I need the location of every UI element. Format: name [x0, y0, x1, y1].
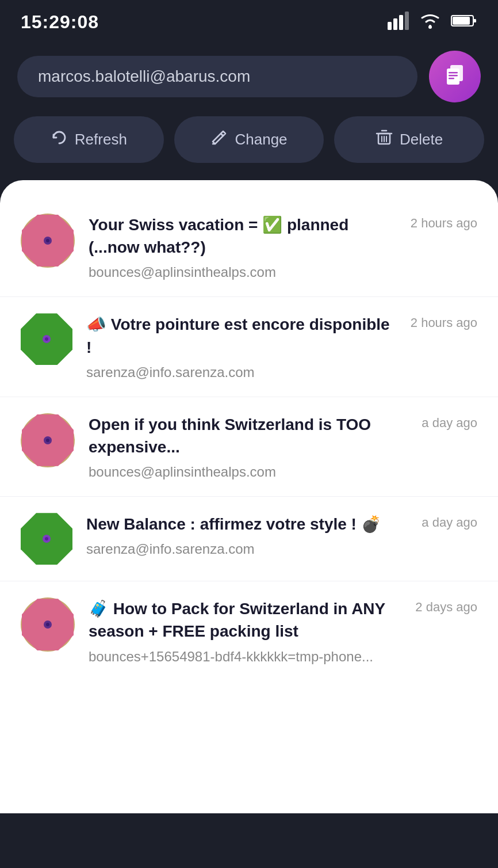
- account-avatar[interactable]: [429, 51, 481, 102]
- mail-subject: Your Swiss vacation = ✅ planned (...now …: [89, 214, 394, 258]
- account-header: marcos.balotelli@abarus.com: [0, 41, 498, 116]
- status-icons: [388, 12, 477, 32]
- avatar-icon: [442, 62, 468, 92]
- refresh-label: Refresh: [75, 131, 127, 149]
- mail-subject: 🧳 How to Pack for Switzerland in ANY sea…: [89, 597, 394, 642]
- edit-icon: [210, 129, 228, 150]
- battery-icon: [451, 14, 477, 30]
- mail-from: bounces+15654981-bdf4-kkkkkk=tmp-phone..…: [89, 649, 394, 665]
- mail-content: 🧳 How to Pack for Switzerland in ANY sea…: [89, 597, 394, 664]
- svg-rect-10: [449, 72, 458, 74]
- mail-time: 2 days ago: [408, 597, 477, 615]
- svg-rect-12: [449, 78, 454, 79]
- list-item[interactable]: Open if you think Switzerland is TOO exp…: [0, 397, 498, 497]
- svg-rect-7: [453, 17, 470, 25]
- mail-content: New Balance : affirmez votre style ! 💣 s…: [86, 513, 394, 557]
- mail-time: 2 hours ago: [408, 313, 477, 330]
- avatar: [21, 413, 75, 467]
- svg-rect-3: [405, 12, 409, 30]
- mail-time: a day ago: [408, 513, 477, 530]
- avatar: [21, 313, 72, 365]
- email-pill: marcos.balotelli@abarus.com: [17, 56, 417, 97]
- svg-rect-0: [388, 22, 392, 30]
- refresh-icon: [51, 129, 68, 150]
- mail-subject: New Balance : affirmez votre style ! 💣: [86, 513, 394, 535]
- svg-point-27: [45, 537, 48, 540]
- delete-label: Delete: [400, 131, 443, 149]
- svg-point-23: [45, 337, 48, 341]
- change-button[interactable]: Change: [174, 116, 324, 163]
- mail-time: 2 hours ago: [408, 214, 477, 231]
- list-item[interactable]: 📣 Votre pointure est encore disponible !…: [0, 297, 498, 397]
- svg-point-4: [428, 25, 432, 29]
- avatar: [21, 597, 75, 652]
- mail-content: Your Swiss vacation = ✅ planned (...now …: [89, 214, 394, 280]
- mail-from: bounces@aplinsinthealps.com: [89, 464, 394, 480]
- list-item[interactable]: 🧳 How to Pack for Switzerland in ANY sea…: [0, 581, 498, 680]
- status-bar: 15:29:08: [0, 0, 498, 41]
- mail-content: Open if you think Switzerland is TOO exp…: [89, 413, 394, 480]
- mail-subject: Open if you think Switzerland is TOO exp…: [89, 413, 394, 458]
- svg-rect-2: [399, 15, 403, 30]
- change-label: Change: [235, 131, 287, 149]
- action-buttons: Refresh Change Delete: [0, 116, 498, 180]
- avatar: [21, 513, 72, 565]
- status-time: 15:29:08: [21, 12, 99, 33]
- mail-content: 📣 Votre pointure est encore disponible !…: [86, 313, 394, 380]
- mail-container: Your Swiss vacation = ✅ planned (...now …: [0, 180, 498, 813]
- svg-rect-9: [447, 68, 459, 85]
- delete-button[interactable]: Delete: [334, 116, 484, 163]
- mail-from: bounces@aplinsinthealps.com: [89, 264, 394, 280]
- list-item[interactable]: Your Swiss vacation = ✅ planned (...now …: [0, 197, 498, 297]
- svg-rect-11: [449, 75, 458, 77]
- account-email: marcos.balotelli@abarus.com: [38, 67, 250, 85]
- mail-time: a day ago: [408, 413, 477, 431]
- wifi-icon: [419, 12, 442, 32]
- svg-point-25: [46, 439, 49, 442]
- list-item[interactable]: New Balance : affirmez votre style ! 💣 s…: [0, 497, 498, 581]
- signal-icon: [388, 12, 409, 32]
- mail-from: sarenza@info.sarenza.com: [86, 364, 394, 380]
- trash-icon: [376, 129, 393, 150]
- svg-rect-6: [473, 19, 476, 22]
- refresh-button[interactable]: Refresh: [14, 116, 164, 163]
- mail-subject: 📣 Votre pointure est encore disponible !: [86, 313, 394, 358]
- avatar: [21, 214, 75, 268]
- mail-from: sarenza@info.sarenza.com: [86, 541, 394, 557]
- svg-point-21: [46, 239, 49, 242]
- svg-point-29: [46, 623, 49, 626]
- svg-rect-1: [393, 18, 397, 30]
